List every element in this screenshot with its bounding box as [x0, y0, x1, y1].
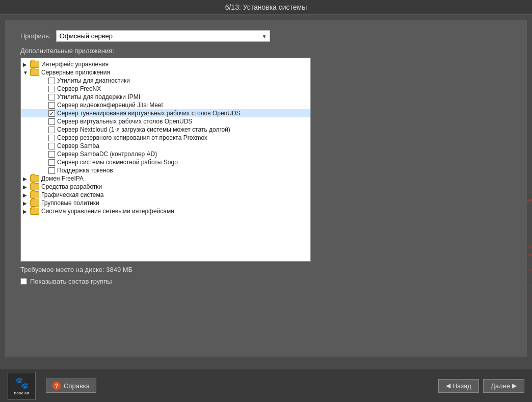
- arrow-control-iface: ▶: [23, 62, 30, 67]
- logo-area: 🐾 base alt: [8, 372, 36, 400]
- profile-select-wrapper[interactable]: Офисный сервер Рабочая станция Сервер: [56, 30, 270, 42]
- checkbox-jitsi[interactable]: [48, 102, 55, 109]
- tree-item-graphics[interactable]: ▶ Графическая система: [21, 191, 310, 199]
- label-dev-tools: Средства разработки: [41, 183, 102, 190]
- help-button[interactable]: ? Справка: [46, 379, 96, 393]
- main-content: Профиль: Офисный сервер Рабочая станция …: [5, 20, 527, 357]
- tree-item-ipmi[interactable]: ▶ Утилиты для поддержки IPMI: [21, 93, 310, 101]
- tree-item-sogo[interactable]: ▶ Сервер системы совместной работы Sogo: [21, 158, 310, 166]
- tree-item-sambadc[interactable]: ▶ Сервер SambaDC (контроллер AD): [21, 150, 310, 158]
- back-arrow-icon: ◀: [446, 382, 450, 389]
- checkbox-tokens[interactable]: [48, 167, 55, 174]
- profile-select[interactable]: Офисный сервер Рабочая станция Сервер: [56, 30, 270, 42]
- tree-item-openuds-tunnel[interactable]: ▶ ✓ Сервер туннелирования виртуальных ра…: [21, 109, 310, 117]
- bottom-bar: 🐾 base alt ? Справка ◀ Назад Далее ▶: [0, 369, 532, 402]
- checkbox-proxmox[interactable]: [48, 135, 55, 141]
- folder-icon-server-apps: [30, 69, 39, 76]
- logo-paw-icon: 🐾: [15, 376, 29, 390]
- profile-label: Профиль:: [20, 32, 51, 40]
- checkbox-sambadc[interactable]: [48, 151, 55, 158]
- tree-item-freenx[interactable]: ▶ Сервер FreeNX: [21, 85, 310, 93]
- checkbox-ipmi[interactable]: [48, 94, 55, 100]
- label-freenx: Сервер FreeNX: [57, 85, 101, 92]
- tree-item-freeipa[interactable]: ▶ Домен FreeIPA: [21, 174, 310, 183]
- next-label: Далее: [491, 382, 510, 390]
- tree-item-server-apps[interactable]: ▼ Серверные приложения: [21, 68, 310, 77]
- disk-space-info: Требуемое место на диске: 3849 МБ: [20, 266, 512, 273]
- logo-box: 🐾 base alt: [8, 372, 36, 400]
- label-group-policy: Групповые политики: [41, 199, 99, 207]
- label-samba: Сервер Samba: [57, 142, 99, 149]
- arrow-graphics: ▶: [23, 192, 30, 198]
- checkbox-sogo[interactable]: [48, 159, 55, 166]
- label-diag-utils: Утилиты для диагностики: [57, 77, 130, 84]
- label-nextcloud: Сервер Nextcloud (1-я загрузка системы м…: [57, 126, 230, 133]
- help-icon: ?: [52, 382, 61, 390]
- label-ipmi: Утилиты для поддержки IPMI: [57, 93, 140, 100]
- next-arrow-icon: ▶: [512, 382, 517, 389]
- tree-item-network-mgmt[interactable]: ▶ Система управления сетевыми интерфейса…: [21, 207, 310, 215]
- checkbox-freenx[interactable]: [48, 86, 55, 92]
- tree-item-control-iface[interactable]: ▶ Интерфейс управления: [21, 60, 310, 68]
- tree-item-diag-utils[interactable]: ▶ Утилиты для диагностики: [21, 77, 310, 85]
- tree-item-tokens[interactable]: ▶ Поддержка токенов: [21, 166, 310, 174]
- folder-icon-control-iface: [30, 61, 39, 68]
- label-openuds-tunnel: Сервер туннелирования виртуальных рабочи…: [57, 110, 241, 117]
- show-group-row: Показывать состав группы: [20, 278, 512, 285]
- tree-item-nextcloud[interactable]: ▶ Сервер Nextcloud (1-я загрузка системы…: [21, 125, 310, 134]
- show-group-label: Показывать состав группы: [30, 278, 112, 285]
- logo-text: base alt: [14, 391, 30, 395]
- label-sambadc: Сервер SambaDC (контроллер AD): [57, 150, 157, 158]
- tree-item-proxmox[interactable]: ▶ Сервер резервного копирования от проек…: [21, 134, 310, 142]
- help-label: Справка: [64, 382, 90, 390]
- folder-icon-freeipa: [30, 175, 39, 182]
- next-button[interactable]: Далее ▶: [483, 379, 524, 393]
- tree-item-dev-tools[interactable]: ▶ Средства разработки: [21, 183, 310, 191]
- arrow-server-apps: ▼: [23, 70, 30, 76]
- label-server-apps: Серверные приложения: [41, 69, 110, 76]
- checkbox-samba[interactable]: [48, 143, 55, 149]
- back-button[interactable]: ◀ Назад: [438, 379, 479, 393]
- arrow-dev-tools: ▶: [23, 184, 30, 190]
- profile-row: Профиль: Офисный сервер Рабочая станция …: [20, 30, 512, 42]
- addl-apps-label: Дополнительные приложения:: [20, 47, 512, 55]
- label-freeipa: Домен FreeIPA: [41, 175, 84, 182]
- label-network-mgmt: Система управления сетевыми интерфейсами: [41, 208, 174, 215]
- arrow-network-mgmt: ▶: [23, 209, 30, 214]
- checkbox-openuds-vdi[interactable]: [48, 118, 55, 125]
- label-sogo: Сервер системы совместной работы Sogo: [57, 159, 178, 166]
- arrow-group-policy: ▶: [23, 200, 30, 206]
- checkbox-openuds-tunnel[interactable]: ✓: [48, 110, 55, 117]
- title-bar: 6/13: Установка системы: [0, 0, 532, 15]
- tree-item-group-policy[interactable]: ▶ Групповые политики: [21, 199, 310, 207]
- tree-item-jitsi[interactable]: ▶ Сервер видеоконференций Jitsi Meet: [21, 101, 310, 109]
- back-label: Назад: [453, 382, 471, 390]
- folder-icon-dev-tools: [30, 183, 39, 190]
- nav-buttons: ◀ Назад Далее ▶: [438, 379, 524, 393]
- checkbox-diag-utils[interactable]: [48, 78, 55, 84]
- label-proxmox: Сервер резервного копирования от проекта…: [57, 134, 207, 141]
- software-tree[interactable]: ▶ Интерфейс управления ▼ Серверные прило…: [20, 58, 311, 262]
- label-graphics: Графическая система: [41, 191, 103, 198]
- show-group-checkbox[interactable]: [20, 278, 27, 285]
- folder-icon-group-policy: [30, 199, 39, 207]
- label-control-iface: Интерфейс управления: [41, 61, 109, 68]
- tree-item-samba[interactable]: ▶ Сервер Samba: [21, 142, 310, 150]
- label-tokens: Поддержка токенов: [57, 167, 113, 174]
- label-jitsi: Сервер видеоконференций Jitsi Meet: [57, 102, 163, 109]
- tree-item-openuds-vdi[interactable]: ▶ Сервер виртуальных рабочих столов Open…: [21, 117, 310, 125]
- folder-icon-network-mgmt: [30, 208, 39, 215]
- label-openuds-vdi: Сервер виртуальных рабочих столов OpenUD…: [57, 118, 192, 125]
- arrow-freeipa: ▶: [23, 176, 30, 182]
- folder-icon-graphics: [30, 191, 39, 198]
- checkbox-nextcloud[interactable]: [48, 127, 55, 133]
- page-title: 6/13: Установка системы: [225, 3, 307, 11]
